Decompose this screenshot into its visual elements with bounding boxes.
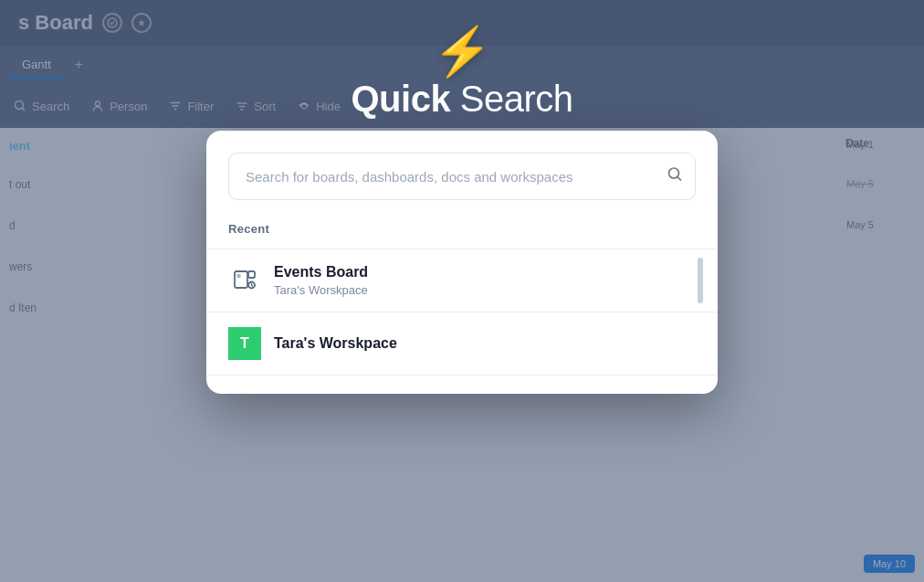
workspace-avatar: T	[228, 327, 261, 360]
result-title-events-board: Events Board	[274, 264, 368, 280]
lightning-icon: ⚡	[433, 27, 492, 75]
search-panel: Recent Events Board Tara's Worskpace	[206, 131, 718, 394]
result-item-workspace[interactable]: T Tara's Worskpace	[228, 312, 696, 375]
dialog-header: ⚡ Quick Search	[351, 27, 572, 120]
result-text-events-board: Events Board Tara's Worskpace	[274, 264, 368, 297]
svg-rect-6	[248, 271, 255, 278]
result-item-events-board[interactable]: Events Board Tara's Worskpace	[228, 249, 696, 312]
search-wrapper	[228, 153, 696, 200]
workspace-avatar-letter: T	[228, 327, 261, 360]
result-subtitle-events-board: Tara's Worskpace	[274, 283, 368, 297]
quick-search-dialog: ⚡ Quick Search Recent	[206, 27, 718, 394]
search-input[interactable]	[228, 153, 696, 200]
divider-bottom	[206, 375, 718, 376]
svg-rect-5	[235, 271, 247, 288]
dialog-title-bold: Quick	[351, 79, 450, 119]
svg-point-4	[669, 168, 679, 178]
search-submit-button[interactable]	[667, 166, 683, 187]
board-icon	[228, 264, 261, 297]
dialog-title: Quick Search	[351, 79, 572, 120]
dialog-title-light: Search	[460, 79, 573, 119]
result-text-workspace: Tara's Worskpace	[274, 335, 397, 352]
recent-section-label: Recent	[228, 222, 696, 236]
scrollbar-hint	[698, 258, 703, 303]
svg-rect-8	[237, 274, 241, 278]
result-title-workspace: Tara's Worskpace	[274, 335, 397, 352]
overlay: ⚡ Quick Search Recent	[0, 0, 924, 582]
